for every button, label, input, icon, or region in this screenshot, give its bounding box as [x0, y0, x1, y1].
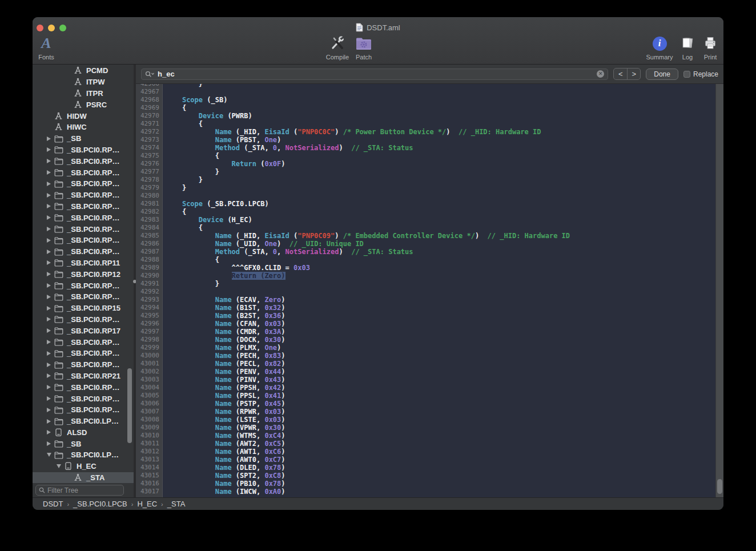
code-lines[interactable]: 42966 }4296742968 Scope (_SB)42969 {4297…	[136, 84, 715, 497]
tree-item[interactable]: _SB.PCI0.RP21	[33, 371, 134, 382]
code-line[interactable]: 42999 Name (PLMX, One)	[136, 344, 715, 352]
code-line[interactable]: 42972 Name (_HID, EisaId ("PNP0C0C") /* …	[136, 128, 715, 136]
code-line[interactable]: 42975 {	[136, 152, 715, 160]
tree-item[interactable]: PSRC	[33, 99, 134, 110]
code-line[interactable]: 43005 Name (PPSL, 0x41)	[136, 392, 715, 400]
disclosure-triangle-icon[interactable]	[47, 215, 54, 220]
code-line[interactable]: 42976 Return (0x0F)	[136, 160, 715, 168]
tree-item[interactable]: _SB.PCI0.RP…	[33, 155, 134, 167]
tree-item[interactable]: _SB.PCI0.RP…	[33, 246, 134, 258]
code-line[interactable]: 42980	[136, 192, 715, 200]
disclosure-triangle-icon[interactable]	[47, 238, 54, 243]
disclosure-triangle-icon[interactable]	[47, 204, 54, 208]
filter-tree-input[interactable]	[47, 486, 136, 494]
disclosure-triangle-icon[interactable]	[47, 430, 54, 435]
code-line[interactable]: 42991 }	[136, 280, 715, 288]
filter-tree-field[interactable]	[35, 485, 124, 496]
breadcrumb-item[interactable]: H_EC	[137, 500, 157, 508]
code-line[interactable]: 43016 Name (PB10, 0x78)	[136, 480, 715, 488]
code-line[interactable]: 42994 Name (B1ST, 0x32)	[136, 304, 715, 312]
editor-scrollbar-track[interactable]	[715, 84, 723, 497]
code-line[interactable]: 43003 Name (PINV, 0x43)	[136, 376, 715, 384]
code-line[interactable]: 42995 Name (B2ST, 0x36)	[136, 312, 715, 320]
code-line[interactable]: 43007 Name (RPWR, 0x03)	[136, 408, 715, 416]
find-previous-button[interactable]: <	[614, 69, 627, 79]
code-line[interactable]: 42977 }	[136, 168, 715, 176]
disclosure-triangle-icon[interactable]	[47, 272, 54, 276]
code-line[interactable]: 42973 Name (PBST, One)	[136, 136, 715, 144]
disclosure-triangle-icon[interactable]	[47, 317, 54, 321]
search-icon[interactable]	[145, 71, 155, 78]
disclosure-triangle-icon[interactable]	[47, 283, 54, 288]
code-line[interactable]: 43004 Name (PPSH, 0x42)	[136, 384, 715, 392]
disclosure-triangle-icon[interactable]	[47, 340, 54, 344]
tree-item[interactable]: _STA	[33, 472, 134, 484]
tree-item[interactable]: _SB	[33, 438, 134, 449]
tree-item[interactable]: _SB.PCI0.RP…	[33, 381, 134, 393]
disclosure-triangle-icon[interactable]	[47, 396, 54, 401]
disclosure-triangle-icon[interactable]	[47, 227, 54, 231]
disclosure-triangle-icon[interactable]	[47, 373, 54, 378]
tree-item[interactable]: _SB.PCI0.RP…	[33, 336, 134, 348]
code-line[interactable]: 42997 Name (CMDR, 0x3A)	[136, 328, 715, 336]
done-button[interactable]: Done	[646, 69, 678, 80]
code-line[interactable]: 42993 Name (ECAV, Zero)	[136, 296, 715, 304]
code-line[interactable]: 42969 {	[136, 104, 715, 112]
tree-item[interactable]: _SB.PCI0.RP17	[33, 325, 134, 336]
code-line[interactable]: 42978 }	[136, 176, 715, 184]
code-line[interactable]: 42989 ^^^GFX0.CLID = 0x03	[136, 264, 715, 272]
tree-item[interactable]: _SB	[33, 133, 134, 144]
code-line[interactable]: 42996 Name (CFAN, 0x03)	[136, 320, 715, 328]
tree-item[interactable]: _SB.PCI0.LP…	[33, 449, 134, 461]
code-line[interactable]: 43015 Name (SPT2, 0xC8)	[136, 472, 715, 480]
tree-item[interactable]: _SB.PCI0.LP…	[33, 416, 134, 427]
code-line[interactable]: 42998 Name (DOCK, 0x30)	[136, 336, 715, 344]
sidebar-scrollbar-thumb[interactable]	[127, 368, 132, 443]
document-icon[interactable]	[356, 23, 363, 32]
tree-item[interactable]: _SB.PCI0.RP…	[33, 393, 134, 404]
code-line[interactable]: 42986 Name (_UID, One) // _UID: Unique I…	[136, 240, 715, 248]
code-line[interactable]: 43000 Name (PECH, 0x83)	[136, 352, 715, 360]
tree-item[interactable]: H_EC	[33, 461, 134, 472]
tree-item[interactable]: _SB.PCI0.RP12	[33, 268, 134, 280]
disclosure-triangle-icon[interactable]	[47, 250, 54, 254]
disclosure-triangle-icon[interactable]	[47, 453, 54, 457]
breadcrumb-item[interactable]: DSDT	[43, 500, 63, 508]
fonts-button[interactable]: A Fonts	[33, 35, 68, 61]
tree-item[interactable]: _SB.PCI0.RP…	[33, 291, 134, 303]
code-line[interactable]: 43017 Name (IWCW, 0xA0)	[136, 488, 715, 496]
code-line[interactable]: 42983 Device (H_EC)	[136, 216, 715, 224]
code-line[interactable]: 42967	[136, 88, 715, 96]
disclosure-triangle-icon[interactable]	[47, 147, 54, 152]
tree-item[interactable]: _SB.PCI0.RP…	[33, 314, 134, 325]
tree-item[interactable]: _SB.PCI0.RP…	[33, 178, 134, 190]
breadcrumb-item[interactable]: _SB.PCI0.LPCB	[73, 500, 127, 508]
tree-item[interactable]: _SB.PCI0.RP…	[33, 223, 134, 235]
disclosure-triangle-icon[interactable]	[47, 182, 54, 186]
code-line[interactable]: 42974 Method (_STA, 0, NotSerialized) //…	[136, 144, 715, 152]
find-field[interactable]: ✕	[141, 69, 608, 80]
patch-button[interactable]: Patch	[342, 35, 385, 61]
disclosure-triangle-icon[interactable]	[47, 136, 54, 141]
tree-item[interactable]: _SB.PCI0.RP…	[33, 348, 134, 359]
code-line[interactable]: 42985 Name (_HID, EisaId ("PNP0C09") /* …	[136, 232, 715, 240]
disclosure-triangle-icon[interactable]	[47, 385, 54, 389]
code-line[interactable]: 42970 Device (PWRB)	[136, 112, 715, 120]
code-line[interactable]: 42990 Return (Zero)	[136, 272, 715, 280]
tree-item[interactable]: _SB.PCI0.RP…	[33, 404, 134, 416]
disclosure-triangle-icon[interactable]	[47, 260, 54, 265]
code-line[interactable]: 42987 Method (_STA, 0, NotSerialized) //…	[136, 248, 715, 256]
tree-item[interactable]: _SB.PCI0.RP…	[33, 280, 134, 291]
tree-item[interactable]: _SB.PCI0.RP…	[33, 235, 134, 246]
tree-item[interactable]: _SB.PCI0.RP…	[33, 201, 134, 212]
replace-checkbox[interactable]	[683, 71, 690, 78]
tree-item[interactable]: HIDW	[33, 110, 134, 122]
code-line[interactable]: 42982 {	[136, 208, 715, 216]
code-line[interactable]: 43001 Name (PECL, 0x82)	[136, 360, 715, 368]
find-next-button[interactable]: >	[627, 69, 640, 79]
code-line[interactable]: 43006 Name (PSTP, 0x45)	[136, 400, 715, 408]
code-line[interactable]: 43011 Name (AWT2, 0xC5)	[136, 440, 715, 448]
disclosure-triangle-icon[interactable]	[47, 441, 54, 446]
disclosure-triangle-icon[interactable]	[47, 193, 54, 198]
disclosure-triangle-icon[interactable]	[57, 464, 64, 468]
